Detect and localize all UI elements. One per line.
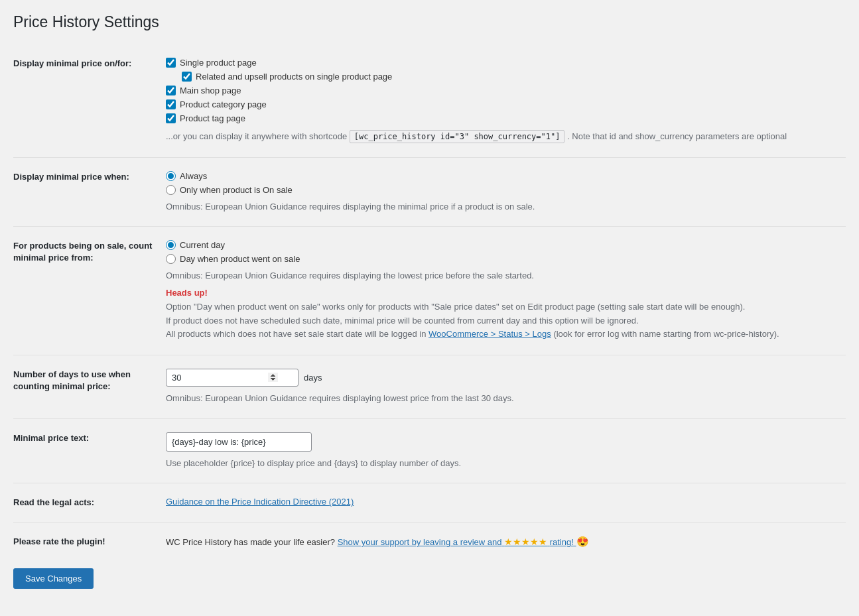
count-from-note: Omnibus: European Union Guidance require…	[166, 269, 839, 282]
shortcode-prefix: ...or you can display it anywhere with s…	[166, 131, 347, 141]
checkbox-related-products: Related and upsell products on single pr…	[182, 72, 839, 82]
days-note: Omnibus: European Union Guidance require…	[166, 392, 839, 405]
shortcode-suffix: . Note that id and show_currency paramet…	[567, 131, 787, 141]
checkbox-single-product: Single product page	[166, 58, 839, 68]
save-changes-button[interactable]: Save Changes	[13, 568, 94, 589]
checkbox-tag-page-input[interactable]	[166, 113, 176, 123]
checkbox-category-page: Product category page	[166, 99, 839, 109]
shortcode-line: ...or you can display it anywhere with s…	[166, 130, 839, 144]
rate-stars: ★★★★★	[504, 536, 547, 547]
checkbox-main-shop-input[interactable]	[166, 86, 176, 95]
rate-link-text: Show your support by leaving a review an…	[338, 537, 502, 547]
days-input-wrap: days	[166, 369, 839, 387]
days-spinner	[166, 369, 298, 387]
woocommerce-logs-link[interactable]: WooCommerce > Status > Logs	[429, 329, 551, 339]
shortcode-value: [wc_price_history id="3" show_currency="…	[350, 130, 565, 143]
days-unit: days	[304, 373, 322, 383]
page-title: Price History Settings	[13, 13, 846, 31]
radio-went-on-sale[interactable]	[166, 254, 176, 264]
radio-went-on-sale-row: Day when product went on sale	[166, 254, 839, 264]
radio-always[interactable]	[166, 171, 176, 181]
radio-current-day[interactable]	[166, 240, 176, 250]
heads-up-text-1: Option "Day when product went on sale" w…	[166, 300, 839, 314]
radio-on-sale[interactable]	[166, 185, 176, 195]
checkbox-main-shop-label: Main shop page	[180, 86, 241, 95]
rate-emoji: 😍	[576, 536, 589, 547]
display-when-label: Display minimal price when:	[13, 157, 159, 227]
radio-always-label: Always	[180, 171, 207, 181]
heads-up-text-3-wrap: All products which does not have set sal…	[166, 328, 839, 341]
days-input[interactable]	[166, 369, 298, 387]
rate-link[interactable]: Show your support by leaving a review an…	[338, 537, 576, 547]
checkbox-tag-page: Product tag page	[166, 113, 839, 123]
checkbox-related-products-label: Related and upsell products on single pr…	[196, 72, 392, 82]
checkbox-main-shop: Main shop page	[166, 86, 839, 95]
checkbox-related-products-input[interactable]	[182, 72, 192, 82]
radio-current-day-label: Current day	[180, 240, 225, 250]
rate-plugin-label: Please rate the plugin!	[13, 523, 159, 562]
price-text-note: Use placeholder {price} to display price…	[166, 457, 839, 470]
checkbox-single-product-input[interactable]	[166, 58, 176, 68]
heads-up-text-4: (look for error log with name starting f…	[553, 329, 779, 339]
price-text-input[interactable]	[166, 432, 312, 452]
rate-prefix: WC Price History has made your life easi…	[166, 537, 335, 547]
checkbox-category-page-label: Product category page	[180, 99, 267, 109]
radio-on-sale-label: Only when product is On sale	[180, 185, 293, 195]
price-text-label: Minimal price text:	[13, 418, 159, 483]
radio-on-sale-row: Only when product is On sale	[166, 185, 839, 195]
checkbox-tag-page-label: Product tag page	[180, 113, 245, 123]
radio-went-on-sale-label: Day when product went on sale	[180, 254, 300, 264]
days-label: Number of days to use when counting mini…	[13, 355, 159, 419]
legal-acts-label: Read the legal acts:	[13, 483, 159, 523]
count-from-label: For products being on sale, count minima…	[13, 227, 159, 355]
checkbox-single-product-label: Single product page	[180, 58, 257, 68]
heads-up-text-2: If product does not have scheduled such …	[166, 314, 839, 328]
legal-acts-link[interactable]: Guidance on the Price Indication Directi…	[166, 497, 354, 507]
display-when-note: Omnibus: European Union Guidance require…	[166, 200, 839, 214]
radio-always-row: Always	[166, 171, 839, 181]
radio-current-day-row: Current day	[166, 240, 839, 250]
heads-up-text-3: All products which does not have set sal…	[166, 329, 426, 339]
heads-up-title: Heads up!	[166, 288, 839, 298]
rate-rating-text: rating!	[550, 537, 574, 547]
display-on-label: Display minimal price on/for:	[13, 44, 159, 157]
checkbox-category-page-input[interactable]	[166, 99, 176, 109]
